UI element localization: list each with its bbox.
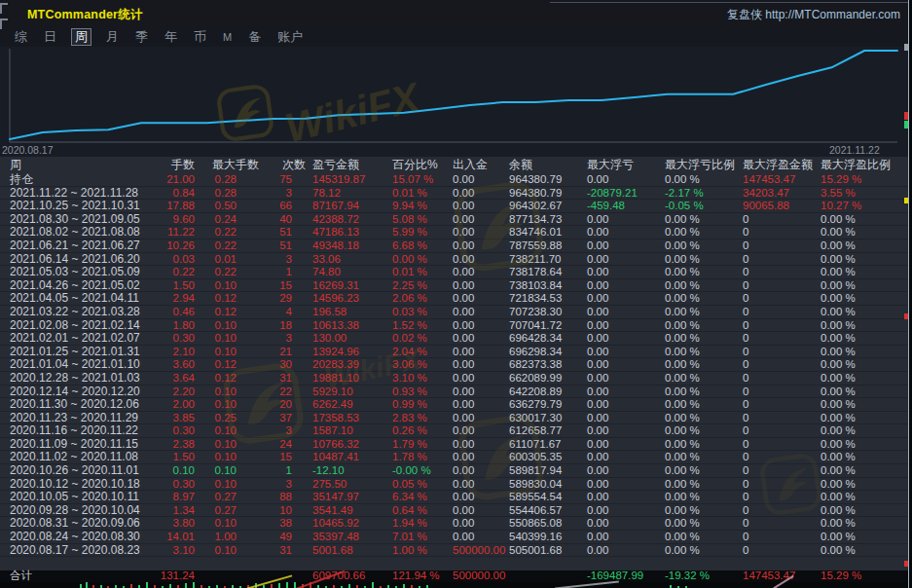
cell: 505001.68 [507, 544, 584, 557]
cell: 0.84 [156, 187, 195, 200]
cell: 0.00 [584, 438, 662, 451]
mini-bar [130, 584, 132, 588]
table-row[interactable]: 2020.08.17 ~ 2020.08.233.100.10315001.68… [0, 544, 912, 558]
cell: 738211.70 [507, 253, 584, 266]
cell: 0.22 [195, 266, 237, 278]
table-row[interactable]: 2020.12.14 ~ 2020.12.202.200.10225929.10… [0, 386, 912, 399]
cell: 145319.87 [292, 173, 389, 186]
cell: 0.27 [195, 504, 237, 517]
table-row[interactable]: 2020.11.09 ~ 2020.11.152.380.102410766.3… [0, 438, 912, 452]
cell: 2020.11.09 ~ 2020.11.15 [0, 438, 156, 451]
menu-item-日[interactable]: 日 [42, 29, 58, 45]
table-row[interactable]: 2020.12.28 ~ 2021.01.033.640.123119881.1… [0, 372, 912, 386]
table-row[interactable]: 2021.08.30 ~ 2021.09.059.600.244042388.7… [0, 213, 912, 227]
table-row[interactable]: 2020.11.02 ~ 2020.11.081.500.101510487.4… [0, 451, 912, 464]
table-row[interactable]: 2021.08.02 ~ 2021.08.0811.220.225147186.… [0, 226, 912, 239]
cell: 3.10 [156, 544, 195, 557]
cell: 35147.97 [292, 491, 389, 503]
menu-item-币[interactable]: 币 [192, 29, 208, 45]
table-row[interactable]: 2020.10.12 ~ 2020.10.180.300.103275.500.… [0, 478, 912, 492]
cell: 0.00 [449, 266, 507, 278]
cell: 787559.88 [507, 239, 584, 252]
table-row[interactable]: 2020.09.28 ~ 2020.10.041.340.27103541.49… [0, 504, 912, 518]
table-row[interactable]: 2020.11.23 ~ 2020.11.293.850.253717358.5… [0, 412, 912, 425]
table-row[interactable]: 2021.02.01 ~ 2021.02.070.300.103130.000.… [0, 332, 912, 346]
cell: 0.01 % [389, 266, 449, 278]
cell: 6262.49 [292, 398, 389, 411]
table-row[interactable]: 2021.05.03 ~ 2021.05.090.220.22174.800.0… [0, 266, 912, 279]
cell: 589554.54 [507, 491, 584, 503]
cell: 696298.34 [507, 346, 584, 358]
cell: 1.52 % [389, 319, 449, 332]
edge-mark [904, 44, 908, 51]
cell: 0.00 [449, 332, 507, 345]
cell: 147453.47 [740, 173, 818, 186]
table-row[interactable]: 2021.02.08 ~ 2021.02.141.800.101810613.3… [0, 319, 912, 333]
total-cell [507, 570, 584, 582]
menu-item-周[interactable]: 周 [71, 28, 91, 46]
cell: 2020.10.12 ~ 2020.10.18 [0, 478, 156, 491]
cell: 0.00 [584, 226, 662, 239]
cell: 0.00 % [662, 504, 740, 517]
table-row[interactable]: 2020.11.30 ~ 2020.12.062.000.10206262.49… [0, 398, 912, 412]
cell: 550865.08 [507, 517, 584, 530]
menu-item-季[interactable]: 季 [133, 29, 150, 45]
cell: 0 [740, 438, 818, 451]
cell: 0.00 [584, 173, 662, 186]
table-row[interactable]: 2021.01.25 ~ 2021.01.312.100.102113924.9… [0, 346, 912, 359]
cell: 0 [740, 478, 818, 491]
table-row[interactable]: 持仓21.000.2875145319.8715.07 %0.00964380.… [0, 173, 912, 187]
menu-item-月[interactable]: 月 [104, 29, 121, 45]
cell: 31 [237, 372, 292, 385]
cell: 0.00 % [818, 226, 912, 239]
table-row[interactable]: 2021.04.26 ~ 2021.05.021.500.101516269.3… [0, 279, 912, 293]
cell: 1.00 % [389, 544, 449, 557]
cell: 0.10 [195, 424, 237, 437]
table-row[interactable]: 2020.10.26 ~ 2020.11.010.100.101-12.10-0… [0, 464, 912, 478]
cell: 0 [740, 292, 818, 305]
total-cell: 609700.66 [292, 570, 389, 582]
cell: 0.00 % [818, 279, 912, 292]
table-row[interactable]: 2021.06.14 ~ 2021.06.200.030.01333.060.0… [0, 253, 912, 267]
cell: 3.55 % [818, 187, 912, 200]
table-row[interactable]: 2021.11.22 ~ 2021.11.280.840.28378.120.0… [0, 187, 912, 201]
cell: 0.12 [195, 292, 237, 305]
table-row[interactable]: 2020.08.31 ~ 2020.09.063.800.103810465.9… [0, 517, 912, 531]
cell: 0.12 [195, 372, 237, 385]
cell: 0.00 % [818, 319, 912, 332]
menu-item-备[interactable]: 备 [246, 29, 263, 45]
cell: 0.00 [584, 266, 662, 278]
cell: 1.00 [195, 531, 237, 543]
table-row[interactable]: 2020.11.16 ~ 2020.11.220.300.1031587.100… [0, 424, 912, 438]
cell: 0.00 [449, 226, 507, 239]
cell: 14596.23 [292, 292, 389, 305]
menu-item-综[interactable]: 综 [13, 29, 29, 45]
cell: 611071.67 [507, 438, 584, 451]
vendor-link[interactable]: 复盘侠 http://MTCommander.com [727, 7, 900, 23]
cell: 0 [740, 332, 818, 345]
table-row[interactable]: 2021.06.21 ~ 2021.06.2710.260.225149348.… [0, 239, 912, 253]
table-row[interactable]: 2021.01.04 ~ 2021.01.103.600.123020283.3… [0, 358, 912, 372]
cell: 9.94 % [389, 200, 449, 212]
cell: 0.00 [584, 398, 662, 411]
menu-item-M[interactable]: M [221, 29, 234, 45]
column-header-3: 次数 [237, 157, 292, 173]
cell: 0.00 [584, 464, 662, 477]
menu-item-账户[interactable]: 账户 [275, 29, 305, 45]
cell: 1.50 [156, 279, 195, 292]
table-row[interactable]: 2020.10.05 ~ 2020.10.118.970.278835147.9… [0, 491, 912, 504]
table-row[interactable]: 2021.04.05 ~ 2021.04.112.940.122914596.2… [0, 292, 912, 306]
menu-item-年[interactable]: 年 [163, 29, 179, 45]
table-row[interactable]: 2021.03.22 ~ 2021.03.280.460.124196.580.… [0, 306, 912, 319]
table-row[interactable]: 2021.10.25 ~ 2021.10.3117.880.506687167.… [0, 200, 912, 213]
table-row[interactable]: 2020.08.24 ~ 2020.08.3014.011.004935397.… [0, 531, 912, 544]
cell: 554406.57 [507, 504, 584, 517]
cell: 0.10 [195, 464, 237, 477]
cell: 0.00 [449, 412, 507, 424]
cell: 612658.77 [507, 424, 584, 437]
cell: 0.24 [195, 213, 237, 226]
cell: 721834.53 [507, 292, 584, 305]
cell: 0.10 [195, 332, 237, 345]
cell: 3 [237, 332, 292, 345]
cell: 0.00 [584, 386, 662, 398]
